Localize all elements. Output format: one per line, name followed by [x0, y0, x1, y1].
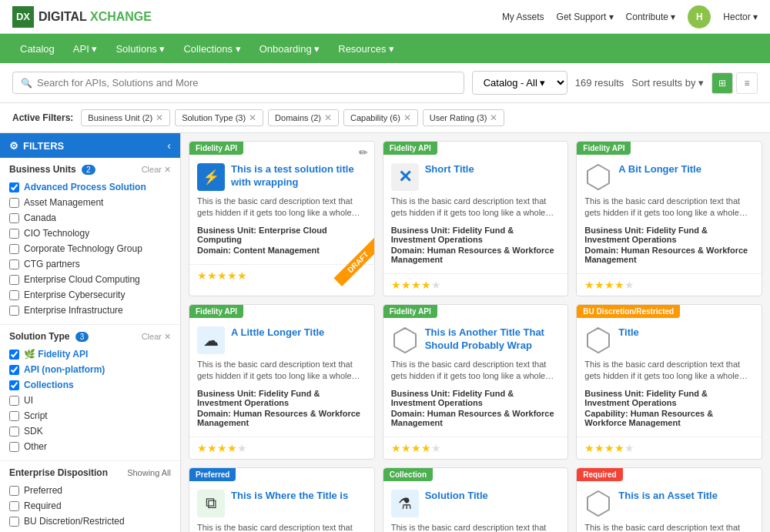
- nav-api[interactable]: API ▾: [65, 34, 105, 63]
- nav-resources[interactable]: Resources ▾: [330, 34, 402, 63]
- checkbox-script[interactable]: [9, 411, 19, 421]
- checkbox-bu-restricted[interactable]: [9, 517, 19, 527]
- checkbox-advanced-process[interactable]: [9, 182, 19, 192]
- filter-chip-cap-remove[interactable]: ✕: [403, 112, 411, 123]
- my-assets-link[interactable]: My Assets: [502, 12, 544, 22]
- card-2-title[interactable]: Short Title: [425, 163, 474, 176]
- sidebar-item-collections[interactable]: Collections: [9, 377, 171, 393]
- sidebar-item-ctg[interactable]: Corporate Technology Group: [9, 241, 171, 256]
- nav-catalog[interactable]: Catalog: [12, 34, 62, 63]
- filter-chip-ur-label: User Rating (3): [430, 113, 487, 122]
- filter-chip-st[interactable]: Solution Type (3) ✕: [175, 109, 263, 126]
- checkbox-api-nonplatform[interactable]: [9, 365, 19, 375]
- sidebar-item-preferred[interactable]: Preferred: [9, 483, 171, 498]
- checkbox-cio[interactable]: [9, 229, 19, 239]
- card-4-icon: ☁: [197, 326, 225, 354]
- grid-view-btn[interactable]: ⊞: [711, 72, 733, 94]
- checkbox-fidelity-api[interactable]: [9, 350, 19, 360]
- checkbox-sdk[interactable]: [9, 427, 19, 437]
- card-2-footer: ★★★★★: [383, 273, 568, 296]
- search-input[interactable]: [37, 77, 456, 89]
- card-1-edit-btn[interactable]: ✏: [359, 146, 368, 159]
- label-preferred: Preferred: [24, 485, 62, 496]
- card-1-stars: ★★★★★: [197, 269, 247, 282]
- checkbox-ecc[interactable]: [9, 275, 19, 285]
- sidebar-section-bu-title-wrap: Business Units 2: [9, 164, 95, 175]
- checkbox-preferred[interactable]: [9, 486, 19, 496]
- label-api-nonplatform: API (non-platform): [24, 364, 105, 375]
- card-1-title[interactable]: This is a test solution title with wrapp…: [231, 163, 367, 189]
- sort-label[interactable]: Sort results by ▾: [631, 77, 704, 89]
- checkbox-canada[interactable]: [9, 213, 19, 223]
- list-view-btn[interactable]: ≡: [736, 72, 758, 94]
- sidebar-item-script[interactable]: Script: [9, 408, 171, 423]
- catalog-select[interactable]: Catalog - All ▾: [472, 71, 567, 95]
- filter-chip-dom-remove[interactable]: ✕: [324, 112, 332, 123]
- contribute-link[interactable]: Contribute ▾: [626, 12, 676, 22]
- checkbox-other[interactable]: [9, 442, 19, 452]
- checkbox-ei[interactable]: [9, 306, 19, 316]
- card-4-title[interactable]: A Little Longer Title: [231, 326, 324, 340]
- sidebar-item-advanced-process[interactable]: Advanced Process Solution: [9, 179, 171, 195]
- sidebar-item-other[interactable]: Other: [9, 439, 171, 454]
- sidebar-section-ed-title: Enterprise Disposition: [9, 467, 108, 478]
- filter-chip-cap[interactable]: Capability (6) ✕: [343, 109, 418, 126]
- sidebar-bu-clear-btn[interactable]: Clear ✕: [142, 165, 171, 175]
- sidebar-item-fidelity-api[interactable]: 🌿 Fidelity API: [9, 346, 171, 362]
- card-9: Required This is an Asset Title This is …: [576, 467, 762, 532]
- card-6-title[interactable]: Title: [618, 326, 639, 340]
- card-9-icon: [584, 490, 612, 517]
- sidebar-item-cio[interactable]: CIO Technology: [9, 226, 171, 241]
- get-support-link[interactable]: Get Support ▾: [557, 12, 614, 22]
- showing-all-label: Showing All: [127, 468, 171, 477]
- sidebar-item-ecyber[interactable]: Enterprise Cybersecurity: [9, 287, 171, 303]
- sidebar-item-api-nonplatform[interactable]: API (non-platform): [9, 362, 171, 377]
- filter-chip-dom[interactable]: Domains (2) ✕: [268, 109, 339, 126]
- nav-solutions[interactable]: Solutions ▾: [108, 34, 172, 63]
- filter-chip-ur-remove[interactable]: ✕: [490, 112, 497, 123]
- checkbox-ctgp[interactable]: [9, 259, 19, 269]
- filter-chip-ur[interactable]: User Rating (3) ✕: [423, 109, 505, 126]
- sidebar-item-bu-restricted[interactable]: BU Discretion/Restricted: [9, 514, 171, 529]
- checkbox-ui[interactable]: [9, 396, 19, 406]
- sidebar-item-ctgp[interactable]: CTG partners: [9, 256, 171, 272]
- logo[interactable]: DX DIGITAL XCHANGE: [12, 6, 152, 28]
- checkbox-asset-mgmt[interactable]: [9, 198, 19, 208]
- filter-chip-st-remove[interactable]: ✕: [249, 112, 256, 123]
- filter-chip-bu-remove[interactable]: ✕: [156, 112, 163, 123]
- card-7-title[interactable]: This is Where the Title is: [231, 490, 348, 503]
- user-link[interactable]: Hector ▾: [723, 12, 758, 22]
- sidebar-item-required[interactable]: Required: [9, 498, 171, 514]
- card-5-domain: Domain: Human Resources & Workforce Mana…: [391, 409, 561, 427]
- sidebar-collapse-btn[interactable]: ‹: [167, 139, 171, 152]
- label-ecyber: Enterprise Cybersecurity: [24, 289, 125, 300]
- nav-onboarding[interactable]: Onboarding ▾: [252, 34, 328, 63]
- sidebar-st-clear-btn[interactable]: Clear ✕: [142, 332, 171, 342]
- sidebar-item-canada[interactable]: Canada: [9, 210, 171, 226]
- checkbox-ecyber[interactable]: [9, 290, 19, 300]
- sidebar-item-ui[interactable]: UI: [9, 393, 171, 408]
- card-6-bu: Business Unit: Fidelity Fund & Investmen…: [584, 389, 754, 407]
- search-input-wrap[interactable]: 🔍: [12, 72, 464, 94]
- sidebar-item-ei[interactable]: Enterprise Infrastructure: [9, 303, 171, 318]
- card-5-title[interactable]: This is Another Title That Should Probab…: [425, 326, 561, 353]
- filter-chip-bu[interactable]: Business Unit (2) ✕: [81, 109, 170, 126]
- avatar[interactable]: H: [688, 5, 711, 28]
- card-5-footer: ★★★★★: [383, 437, 568, 459]
- card-6-cap: Capability: Human Resources & Workforce …: [584, 409, 754, 427]
- card-9-title-row: This is an Asset Title: [584, 490, 754, 517]
- card-6-desc: This is the basic card description text …: [584, 359, 754, 383]
- sidebar-item-erp[interactable]: Enterprise Review Pending: [9, 529, 171, 532]
- sidebar-item-sdk[interactable]: SDK: [9, 423, 171, 439]
- card-8-title[interactable]: Solution Title: [425, 490, 488, 503]
- card-9-title[interactable]: This is an Asset Title: [618, 490, 718, 503]
- sidebar-item-ecc[interactable]: Enterprise Cloud Computing: [9, 272, 171, 287]
- nav-collections[interactable]: Collections ▾: [176, 34, 248, 63]
- checkbox-ctg[interactable]: [9, 244, 19, 254]
- checkbox-required[interactable]: [9, 501, 19, 511]
- card-3-title[interactable]: A Bit Longer Title: [618, 163, 701, 176]
- checkbox-collections[interactable]: [9, 380, 19, 390]
- card-1-body: ⚡ This is a test solution title with wra…: [189, 142, 374, 264]
- filter-chip-st-label: Solution Type (3): [182, 113, 246, 122]
- sidebar-item-asset-mgmt[interactable]: Asset Management: [9, 195, 171, 210]
